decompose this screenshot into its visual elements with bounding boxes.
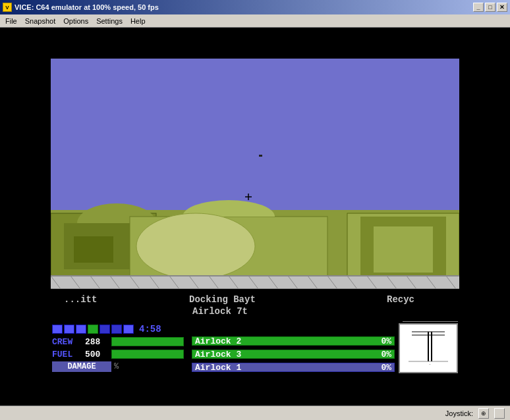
min-seg-6	[111, 325, 122, 334]
hud-left: 4:58 CREW 288 FUEL 500 DAMAGE %	[51, 322, 189, 375]
min-seg-7	[123, 325, 134, 334]
airlock-bar-2: Airlock 2 0%	[192, 336, 395, 346]
damage-percent: %	[114, 362, 119, 371]
title-bar-left: V VICE: C64 emulator at 100% speed, 50 f…	[3, 3, 159, 12]
airlock-row-1: Airlock 1 0%	[192, 361, 395, 373]
minimap: -	[399, 323, 458, 373]
min-row: 4:58	[52, 323, 188, 335]
main-content: 4:58 CREW 288 FUEL 500 DAMAGE %	[0, 28, 510, 406]
status-bar: Joystick: ⊕	[0, 406, 510, 420]
menu-file[interactable]: File	[1, 16, 21, 26]
damage-label: DAMAGE	[52, 361, 111, 372]
menu-snapshot[interactable]: Snapshot	[21, 16, 59, 26]
joystick-indicator: ⊕	[478, 408, 489, 419]
svg-text:-: -	[429, 361, 431, 367]
crew-label: CREW	[52, 337, 85, 347]
menu-help[interactable]: Help	[127, 16, 150, 26]
joystick-icon: ⊕	[481, 410, 486, 417]
airlock-name-1: Airlock 1	[195, 363, 241, 373]
app-icon: V	[3, 3, 12, 12]
min-seg-3	[76, 325, 86, 334]
hud-panel: 4:58 CREW 288 FUEL 500 DAMAGE %	[51, 322, 459, 375]
title-bar: V VICE: C64 emulator at 100% speed, 50 f…	[0, 0, 510, 14]
minimap-content: -	[405, 328, 451, 368]
menu-options[interactable]: Options	[59, 16, 92, 26]
close-button[interactable]: ✕	[497, 3, 507, 12]
fuel-row: FUEL 500	[52, 348, 188, 360]
airlock-pct-2: 0%	[381, 336, 391, 346]
minimap-svg: -	[405, 328, 451, 368]
airlock-pct-3: 0%	[381, 350, 391, 359]
min-seg-1	[52, 325, 63, 334]
min-seg-2	[64, 325, 74, 334]
airlock-name-3: Airlock 3	[195, 350, 241, 359]
crew-row: CREW 288	[52, 336, 188, 348]
menu-bar: File Snapshot Options Settings Help	[0, 14, 510, 28]
airlock-row-3: Airlock 3 0%	[192, 348, 395, 360]
crew-value: 288	[85, 337, 111, 347]
hud-middle: Airlock 2 0% Airlock 3 0% Airlock 1 0%	[189, 322, 397, 375]
fuel-value: 500	[85, 350, 111, 359]
joystick-button	[494, 408, 505, 419]
damage-row: DAMAGE %	[52, 361, 188, 373]
airlock-name-2: Airlock 2	[195, 336, 241, 346]
emulator-screen[interactable]: 4:58 CREW 288 FUEL 500 DAMAGE %	[51, 59, 459, 375]
menu-settings[interactable]: Settings	[92, 16, 127, 26]
window-controls: _ □ ✕	[473, 3, 507, 12]
joystick-label: Joystick:	[445, 409, 473, 417]
fuel-label: FUEL	[52, 350, 85, 359]
min-seg-4	[88, 325, 98, 334]
airlock-row-2: Airlock 2 0%	[192, 335, 395, 347]
min-seg-5	[99, 325, 110, 334]
fuel-bar	[111, 350, 184, 359]
airlock-bar-3: Airlock 3 0%	[192, 350, 395, 359]
minimize-button[interactable]: _	[473, 3, 484, 12]
crew-bar	[111, 337, 184, 346]
maximize-button[interactable]: □	[485, 3, 496, 12]
window-title: VICE: C64 emulator at 100% speed, 50 fps	[14, 3, 159, 11]
airlock-bar-1: Airlock 1 0%	[192, 363, 395, 372]
min-time: 4:58	[139, 324, 161, 334]
airlock-pct-1: 0%	[381, 363, 391, 373]
